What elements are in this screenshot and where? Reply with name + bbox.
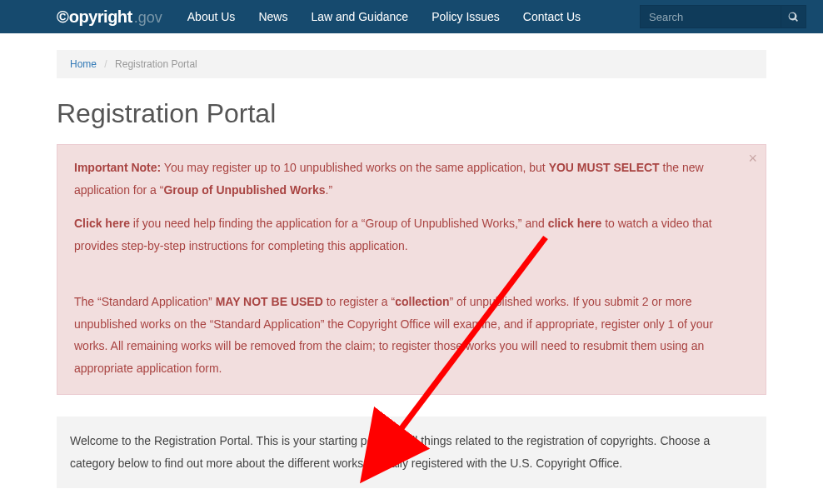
search-form — [640, 5, 806, 28]
alert-paragraph-2: Click here if you need help finding the … — [74, 212, 749, 257]
breadcrumb-home[interactable]: Home — [70, 58, 97, 70]
alert-paragraph-3: The “Standard Application” MAY NOT BE US… — [74, 291, 749, 379]
welcome-panel: Welcome to the Registration Portal. This… — [57, 417, 766, 487]
breadcrumb-current: Registration Portal — [115, 58, 197, 70]
close-icon: × — [748, 150, 757, 167]
alert-click-here-2[interactable]: click here — [548, 217, 602, 230]
search-button[interactable] — [781, 5, 806, 28]
search-icon — [788, 12, 799, 22]
nav-policy-issues[interactable]: Policy Issues — [431, 10, 500, 23]
important-note-alert: × Important Note: You may register up to… — [57, 144, 766, 395]
nav-news[interactable]: News — [258, 10, 287, 23]
nav-contact-us[interactable]: Contact Us — [523, 10, 581, 23]
alert-click-here-1[interactable]: Click here — [74, 217, 130, 230]
nav-about-us[interactable]: About Us — [187, 10, 236, 23]
logo-text-main: opyright — [69, 7, 132, 27]
logo-text-suffix: .gov — [134, 9, 162, 27]
breadcrumb: Home / Registration Portal — [57, 50, 766, 78]
page-title: Registration Portal — [57, 98, 766, 129]
welcome-text: Welcome to the Registration Portal. This… — [70, 434, 710, 470]
alert-important-label: Important Note: — [74, 161, 161, 174]
breadcrumb-separator: / — [104, 58, 107, 70]
alert-paragraph-1: Important Note: You may register up to 1… — [74, 157, 749, 201]
site-logo[interactable]: ©opyright.gov — [57, 7, 162, 27]
close-alert-button[interactable]: × — [748, 150, 757, 167]
search-input[interactable] — [640, 5, 781, 28]
main-nav: About Us News Law and Guidance Policy Is… — [187, 10, 581, 23]
top-navbar: ©opyright.gov About Us News Law and Guid… — [0, 0, 823, 33]
logo-c-icon: © — [57, 7, 69, 27]
nav-law-guidance[interactable]: Law and Guidance — [311, 10, 408, 23]
